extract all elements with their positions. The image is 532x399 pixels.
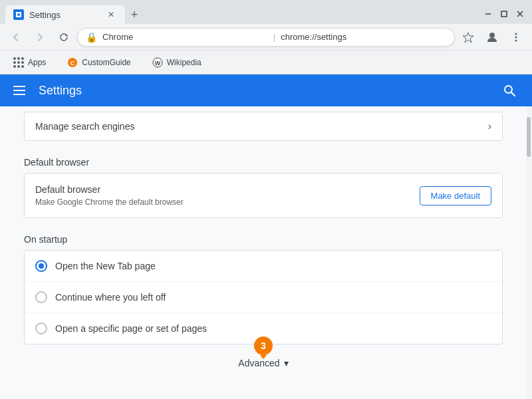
minimize-button[interactable] [481,7,495,21]
advanced-badge: 3 [254,336,273,355]
tab-title: Settings [29,10,100,20]
make-default-button[interactable]: Make default [420,186,491,205]
close-button[interactable] [513,7,527,21]
security-icon: 🔒 [86,32,97,43]
wikipedia-icon: W [152,57,163,68]
new-tab-button[interactable]: + [125,5,144,24]
back-button[interactable] [5,27,27,48]
bookmark-customguide[interactable]: C CustomGuide [62,55,136,70]
svg-text:W: W [154,60,160,66]
svg-text:C: C [70,60,75,66]
on-startup-section-label: On startup [0,223,527,250]
bookmarks-bar: Apps C CustomGuide W Wikipedia [0,51,532,74]
apps-grid-icon [13,57,24,68]
bookmark-wikipedia-label: Wikipedia [167,58,201,67]
startup-option-continue[interactable]: Continue where you left off [25,281,502,313]
scrollbar[interactable] [527,106,532,399]
maximize-button[interactable] [497,7,511,21]
startup-specific-label: Open a specific page or set of pages [55,323,207,334]
active-tab[interactable]: Settings ✕ [5,5,125,24]
settings-search-button[interactable] [497,78,521,102]
toolbar: 🔒 Chrome | chrome://settings [0,24,532,51]
advanced-button[interactable]: 3 Advanced ▾ [238,358,288,368]
reload-button[interactable] [53,27,74,48]
advanced-label: Advanced [238,358,279,368]
customguide-icon: C [67,57,78,68]
address-bar[interactable]: 🔒 Chrome | chrome://settings [77,28,455,47]
svg-point-8 [515,36,517,38]
url-site: Chrome [102,32,268,42]
startup-continue-label: Continue where you left off [55,292,166,303]
tab-close-button[interactable]: ✕ [105,9,117,21]
startup-options-card: Open the New Tab page Continue where you… [24,250,503,344]
tab-area: Settings ✕ + [0,4,476,24]
radio-new-tab-icon [35,260,47,272]
content-area: Manage search engines › Default browser … [0,106,527,399]
profile-button[interactable] [481,27,503,48]
manage-search-engines-label: Manage search engines [35,121,134,132]
bookmark-customguide-label: CustomGuide [82,58,130,67]
svg-rect-2 [501,11,507,17]
tab-favicon [13,9,24,20]
url-path: chrome://settings [281,32,446,42]
manage-search-engines-row[interactable]: Manage search engines › [24,112,503,141]
radio-specific-icon [35,323,47,334]
settings-content: Manage search engines › Default browser … [0,106,532,399]
svg-point-9 [515,39,517,41]
window-controls [476,4,532,24]
bookmark-apps-label: Apps [28,58,46,67]
settings-title: Settings [39,84,487,98]
svg-marker-5 [463,33,473,43]
svg-line-15 [511,92,515,96]
default-browser-subtitle: Make Google Chrome the default browser [35,198,184,207]
default-browser-title: Default browser [35,184,184,195]
scrollbar-thumb[interactable] [527,117,531,157]
bookmark-apps[interactable]: Apps [8,55,51,70]
advanced-chevron-icon: ▾ [284,358,289,368]
default-browser-texts: Default browser Make Google Chrome the d… [35,184,184,207]
menu-button[interactable] [505,27,527,48]
advanced-area: 3 Advanced ▾ [0,344,527,382]
settings-header: Settings [0,74,532,106]
search-icon [503,84,516,97]
forward-button[interactable] [29,27,51,48]
radio-continue-icon [35,291,47,303]
radio-dot [39,263,44,269]
startup-option-new-tab[interactable]: Open the New Tab page [25,251,502,281]
svg-point-6 [489,33,495,38]
search-engines-arrow-icon: › [488,120,491,132]
svg-point-0 [17,13,20,16]
bookmark-wikipedia[interactable]: W Wikipedia [147,55,207,70]
default-browser-section-label: Default browser [0,146,527,173]
title-bar: Settings ✕ + [0,0,532,24]
url-divider: | [273,32,275,42]
window-frame: Settings ✕ + 🔒 C [0,0,532,399]
default-browser-card: Default browser Make Google Chrome the d… [24,173,503,218]
bookmark-star-button[interactable] [458,27,479,48]
svg-point-7 [515,33,517,35]
hamburger-menu-button[interactable] [11,83,28,98]
toolbar-right [458,27,527,48]
startup-new-tab-label: Open the New Tab page [55,261,156,271]
